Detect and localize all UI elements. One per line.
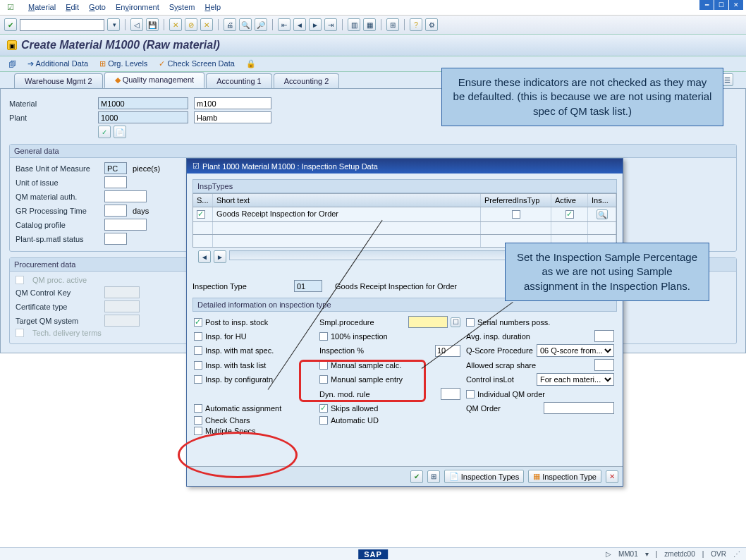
- org-levels-link[interactable]: ⊞ Org. Levels: [99, 59, 147, 68]
- col-short[interactable]: Short text: [213, 194, 481, 207]
- tech-checkbox: [16, 329, 24, 337]
- material-desc[interactable]: [194, 97, 271, 109]
- manualentry-checkbox[interactable]: [319, 375, 328, 384]
- tasklist-checkbox[interactable]: [194, 361, 202, 370]
- maximize-button[interactable]: ☐: [714, 0, 728, 10]
- enter-button[interactable]: ✔: [4, 18, 17, 31]
- close-window-button[interactable]: ✕: [729, 0, 743, 10]
- material-field[interactable]: [98, 97, 188, 109]
- menu-system[interactable]: System: [169, 3, 195, 12]
- dyn-field[interactable]: [441, 388, 460, 400]
- shortcut-icon[interactable]: ▦: [363, 18, 376, 31]
- col-s[interactable]: S...: [193, 194, 213, 207]
- additional-data-link[interactable]: ➔ Additional Data: [27, 59, 88, 68]
- newsession-icon[interactable]: ▥: [348, 18, 360, 31]
- col-active[interactable]: Active: [551, 194, 588, 207]
- new-button[interactable]: 📄: [114, 126, 126, 138]
- tab-accounting2[interactable]: Accounting 2: [274, 73, 340, 88]
- command-field[interactable]: [20, 19, 104, 31]
- lock-icon[interactable]: 🔒: [246, 59, 256, 68]
- checkchars-checkbox[interactable]: [194, 416, 202, 425]
- prevpage-icon[interactable]: ◄: [293, 18, 306, 31]
- expand-icon[interactable]: 🗐: [8, 60, 16, 68]
- grid-scroll-right[interactable]: ►: [214, 250, 226, 263]
- row1-detail-button[interactable]: 🔍: [597, 209, 608, 219]
- save-icon[interactable]: 💾: [146, 18, 159, 31]
- buom-suffix: piece(s): [133, 164, 160, 173]
- row1-active-checkbox[interactable]: [565, 210, 574, 219]
- catalog-label: Catalog profile: [16, 221, 99, 229]
- menu-edit[interactable]: Edit: [66, 3, 79, 12]
- hu-checkbox[interactable]: [194, 332, 202, 341]
- tab-warehouse[interactable]: Warehouse Mgmt 2: [14, 73, 103, 88]
- indiv-checkbox[interactable]: [466, 390, 475, 398]
- findnext-icon[interactable]: 🔎: [255, 18, 267, 31]
- insptypes-button[interactable]: 📄Inspection Types: [444, 470, 524, 483]
- menu-help[interactable]: Help: [204, 3, 221, 12]
- grid-scroll-left[interactable]: ◄: [198, 250, 211, 263]
- ctrl-select[interactable]: For each materi...: [537, 373, 614, 386]
- post-checkbox[interactable]: [194, 318, 202, 327]
- scrap-field[interactable]: [594, 359, 614, 371]
- tab-quality[interactable]: ◆ Quality management: [104, 72, 205, 88]
- callout-bottom: Set the Inspection Sample Percentage as …: [505, 243, 709, 301]
- back-icon[interactable]: ◁: [130, 18, 143, 31]
- configuratn-checkbox[interactable]: [194, 375, 202, 384]
- insptype-button[interactable]: ▦Inspection Type: [528, 470, 601, 483]
- matspec-checkbox[interactable]: [194, 346, 202, 355]
- close-dialog-button[interactable]: ✕: [606, 470, 618, 483]
- app-icon: ☑: [7, 3, 14, 12]
- qscore-select[interactable]: 06 Q-score from...: [537, 344, 614, 357]
- print-icon[interactable]: 🖨: [224, 18, 236, 31]
- col-ins[interactable]: Ins...: [588, 194, 616, 207]
- qmauth-field[interactable]: [104, 190, 147, 202]
- check-button[interactable]: ✓: [98, 126, 111, 138]
- col-pref[interactable]: PreferredInsTyp: [481, 194, 551, 207]
- catalog-field[interactable]: [104, 219, 147, 231]
- nav-icon[interactable]: ✕: [200, 18, 213, 31]
- smpl-help-icon[interactable]: ☐: [451, 317, 460, 327]
- insptype-field[interactable]: [294, 280, 322, 292]
- settings-icon[interactable]: ⚙: [425, 18, 438, 31]
- multspecs-checkbox[interactable]: [194, 427, 202, 435]
- lastpage-icon[interactable]: ⇥: [324, 18, 337, 31]
- exit-icon[interactable]: ✕: [169, 18, 182, 31]
- plantstat-field[interactable]: [104, 233, 127, 245]
- layout-icon[interactable]: ⊞: [386, 18, 399, 31]
- target-label: Target QM system: [16, 317, 99, 325]
- status-mode: OVR: [711, 550, 726, 558]
- avg-field[interactable]: [594, 330, 614, 342]
- menu-goto[interactable]: Goto: [89, 3, 106, 12]
- uoi-field[interactable]: [104, 176, 127, 188]
- find-icon[interactable]: 🔍: [239, 18, 252, 31]
- command-history[interactable]: [107, 18, 120, 31]
- help-icon[interactable]: ?: [410, 18, 422, 31]
- nextpage-icon[interactable]: ►: [309, 18, 322, 31]
- buom-field[interactable]: [104, 162, 127, 174]
- orglevel-button[interactable]: ⊞: [427, 470, 440, 483]
- grtime-field[interactable]: [104, 205, 127, 217]
- row1-pref-checkbox[interactable]: [512, 210, 520, 219]
- qmorder-field[interactable]: [544, 402, 614, 414]
- accept-button[interactable]: ✔: [410, 470, 423, 483]
- manualcalc-checkbox[interactable]: [319, 361, 328, 370]
- check-screen-link[interactable]: ✓ Check Screen Data: [159, 59, 234, 68]
- menu-material[interactable]: MMaterialaterial: [28, 3, 56, 12]
- skips-checkbox[interactable]: [319, 404, 328, 413]
- dialog-titlebar[interactable]: ☑Plant 1000 Material M1000 : Inspection …: [187, 159, 623, 174]
- auto-checkbox[interactable]: [194, 404, 202, 413]
- insptype-label: Inspection Type: [192, 282, 288, 291]
- tab-accounting1[interactable]: Accounting 1: [206, 73, 272, 88]
- autoud-checkbox[interactable]: [319, 416, 328, 425]
- smpl-field[interactable]: [408, 316, 448, 328]
- serial-checkbox[interactable]: [466, 318, 475, 327]
- plant-field[interactable]: [98, 111, 188, 123]
- minimize-button[interactable]: ━: [699, 0, 714, 10]
- plant-desc[interactable]: [194, 111, 271, 123]
- row1-checkbox[interactable]: [197, 210, 205, 219]
- menu-environment[interactable]: Environment: [116, 3, 159, 12]
- sap-logo: SAP: [358, 549, 388, 559]
- cancel-icon[interactable]: ⊘: [185, 18, 197, 31]
- hundred-checkbox[interactable]: [319, 332, 328, 341]
- firstpage-icon[interactable]: ⇤: [278, 18, 291, 31]
